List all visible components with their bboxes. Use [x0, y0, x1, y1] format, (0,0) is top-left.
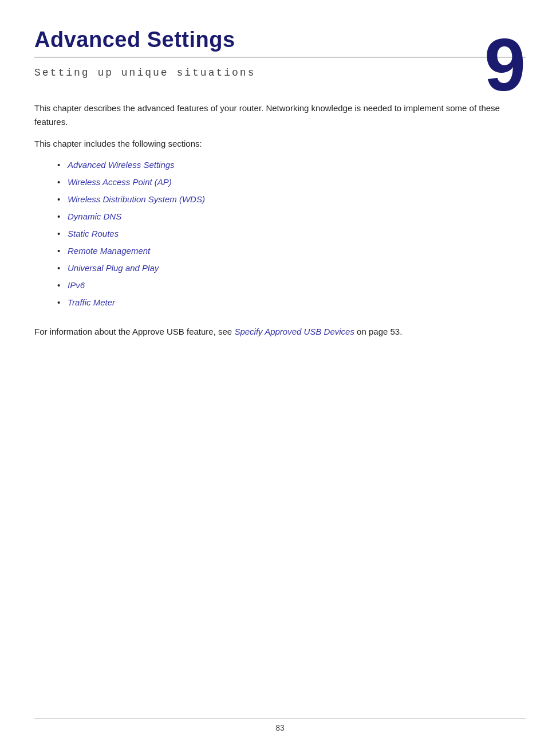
title-underline — [34, 57, 526, 58]
footer-link[interactable]: Specify Approved USB Devices — [234, 327, 354, 336]
chapter-number: 9 — [484, 28, 526, 102]
section-item-1[interactable]: Wireless Access Point (AP) — [57, 174, 526, 191]
section-item-5[interactable]: Remote Management — [57, 242, 526, 260]
sections-list: Advanced Wireless SettingsWireless Acces… — [57, 156, 526, 311]
intro-paragraph-1: This chapter describes the advanced feat… — [34, 101, 526, 129]
section-item-2[interactable]: Wireless Distribution System (WDS) — [57, 191, 526, 208]
footer-text: For information about the Approve USB fe… — [34, 325, 526, 339]
page-title: Advanced Settings — [34, 28, 526, 52]
section-item-8[interactable]: Traffic Meter — [57, 294, 526, 311]
bottom-line — [34, 718, 526, 719]
page-container: 9 Advanced Settings Setting up unique si… — [0, 0, 560, 753]
footer-text-suffix: on page 53. — [354, 327, 402, 336]
page-subtitle: Setting up unique situations — [34, 67, 526, 79]
page-number: 83 — [275, 723, 285, 732]
section-item-3[interactable]: Dynamic DNS — [57, 208, 526, 225]
footer-text-prefix: For information about the Approve USB fe… — [34, 327, 234, 336]
section-item-7[interactable]: IPv6 — [57, 277, 526, 294]
section-item-4[interactable]: Static Routes — [57, 225, 526, 242]
section-item-0[interactable]: Advanced Wireless Settings — [57, 156, 526, 174]
sections-label: This chapter includes the following sect… — [34, 137, 526, 151]
section-item-6[interactable]: Universal Plug and Play — [57, 260, 526, 277]
